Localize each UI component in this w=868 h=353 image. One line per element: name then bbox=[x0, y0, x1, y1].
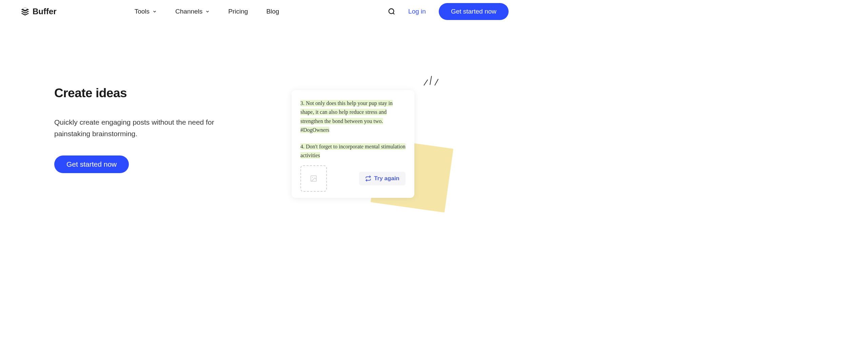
svg-line-3 bbox=[430, 76, 431, 85]
svg-line-4 bbox=[435, 79, 438, 85]
try-again-label: Try again bbox=[374, 175, 399, 182]
hero-description: Quickly create engaging posts without th… bbox=[54, 117, 244, 139]
card-footer: Try again bbox=[300, 165, 406, 192]
content-preview-card: 3. Not only does this help your pup stay… bbox=[292, 90, 414, 198]
nav-blog[interactable]: Blog bbox=[266, 8, 279, 15]
svg-point-0 bbox=[389, 9, 394, 14]
svg-line-2 bbox=[424, 80, 428, 85]
retry-icon bbox=[365, 175, 371, 182]
nav-tools-label: Tools bbox=[135, 8, 150, 15]
nav-links: Tools Channels Pricing Blog bbox=[135, 8, 279, 15]
chevron-down-icon bbox=[205, 9, 210, 14]
image-icon bbox=[310, 175, 317, 182]
search-icon[interactable] bbox=[388, 8, 395, 15]
generated-text-line-1: 3. Not only does this help your pup stay… bbox=[300, 100, 393, 133]
svg-point-6 bbox=[312, 177, 313, 178]
nav-tools[interactable]: Tools bbox=[135, 8, 157, 15]
sparkle-icon bbox=[420, 73, 441, 87]
hero-illustration: 3. Not only does this help your pup stay… bbox=[271, 60, 475, 198]
login-link[interactable]: Log in bbox=[408, 8, 426, 15]
try-again-button[interactable]: Try again bbox=[359, 172, 406, 185]
nav-right: Log in Get started now bbox=[388, 3, 509, 20]
nav-pricing-label: Pricing bbox=[228, 8, 248, 15]
svg-line-1 bbox=[393, 13, 394, 14]
card-text-content: 3. Not only does this help your pup stay… bbox=[300, 99, 406, 160]
chevron-down-icon bbox=[152, 9, 157, 14]
hero-title: Create ideas bbox=[54, 86, 244, 100]
brand-logo[interactable]: Buffer bbox=[20, 7, 57, 16]
nav-cta-button[interactable]: Get started now bbox=[439, 3, 509, 20]
main-navigation: Buffer Tools Channels Pricing Blog Log i… bbox=[0, 0, 529, 23]
nav-pricing[interactable]: Pricing bbox=[228, 8, 248, 15]
generated-text-line-2: 4. Don't forget to incorporate mental st… bbox=[300, 143, 406, 159]
image-upload-placeholder[interactable] bbox=[300, 165, 327, 192]
buffer-logo-icon bbox=[20, 7, 30, 16]
nav-channels[interactable]: Channels bbox=[175, 8, 210, 15]
hero-content: Create ideas Quickly create engaging pos… bbox=[54, 60, 244, 198]
nav-blog-label: Blog bbox=[266, 8, 279, 15]
hero-cta-button[interactable]: Get started now bbox=[54, 155, 129, 173]
hero-section: Create ideas Quickly create engaging pos… bbox=[0, 23, 529, 198]
nav-channels-label: Channels bbox=[175, 8, 202, 15]
brand-name: Buffer bbox=[33, 7, 57, 16]
